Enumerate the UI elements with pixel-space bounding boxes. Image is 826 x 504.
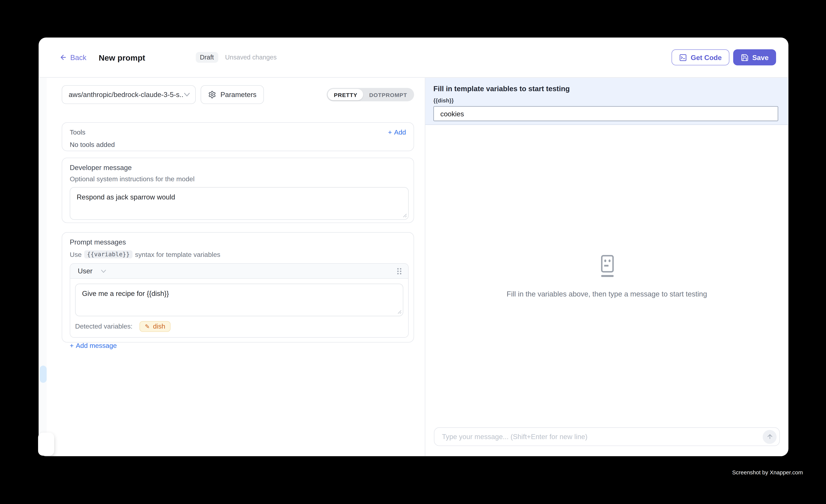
gear-icon	[208, 90, 216, 99]
bot-face-icon	[597, 254, 616, 279]
detected-variables-label: Detected variables:	[75, 323, 132, 330]
toggle-option-dotprompt[interactable]: DOTPROMPT	[363, 89, 413, 100]
plus-icon: +	[388, 129, 392, 136]
add-tool-button[interactable]: + Add	[388, 129, 406, 136]
back-button[interactable]: Back	[60, 53, 86, 61]
message-header: User	[70, 264, 408, 279]
model-selector-value: aws/anthropic/bedrock-claude-3-5-s...	[69, 90, 184, 99]
prompt-messages-title: Prompt messages	[70, 238, 409, 246]
chat-message-input[interactable]	[434, 428, 763, 445]
header-bar: Back New prompt Draft Unsaved changes Ge…	[39, 38, 788, 77]
screenshot-stage: Back New prompt Draft Unsaved changes Ge…	[0, 0, 826, 504]
chat-empty-state: Fill in the variables above, then type a…	[425, 125, 788, 427]
back-arrow-icon	[60, 54, 67, 61]
developer-message-textarea[interactable]: Respond as jack sparrow would	[70, 187, 409, 220]
parameters-button[interactable]: Parameters	[201, 85, 264, 104]
developer-message-title: Developer message	[70, 164, 409, 172]
prompt-editor-panel: aws/anthropic/bedrock-claude-3-5-s... Pa…	[47, 78, 425, 456]
chevron-down-icon	[101, 269, 107, 273]
add-tool-label: Add	[394, 129, 406, 136]
test-panel: Fill in template variables to start test…	[425, 78, 788, 456]
chevron-down-icon	[184, 93, 190, 97]
message-role-selector[interactable]: User	[78, 267, 107, 275]
save-icon	[741, 53, 749, 61]
tools-title: Tools	[70, 129, 85, 136]
message-block: User Give me a recipe for {{	[70, 263, 409, 338]
model-selector[interactable]: aws/anthropic/bedrock-claude-3-5-s...	[62, 85, 196, 104]
app-window: Back New prompt Draft Unsaved changes Ge…	[39, 38, 788, 456]
variable-syntax-hint: Use {{variable}} syntax for template var…	[70, 250, 409, 258]
terminal-icon	[679, 53, 687, 61]
send-arrow-icon	[766, 433, 773, 440]
detected-variables-row: Detected variables: ✎ dish	[70, 316, 408, 337]
model-toolbar: aws/anthropic/bedrock-claude-3-5-s... Pa…	[62, 85, 414, 104]
variable-badge-dish[interactable]: ✎ dish	[139, 321, 171, 332]
window-body: aws/anthropic/bedrock-claude-3-5-s... Pa…	[39, 78, 788, 456]
template-variables-title: Fill in template variables to start test…	[433, 85, 778, 93]
status-badge: Draft	[196, 52, 218, 63]
hint-suffix: syntax for template variables	[135, 251, 220, 258]
tools-empty-text: No tools added	[70, 141, 406, 148]
chat-input-row	[425, 427, 788, 456]
hint-prefix: Use	[70, 251, 82, 258]
floating-corner-card	[38, 433, 54, 456]
add-message-label: Add message	[76, 342, 117, 350]
prompt-messages-card: Prompt messages Use {{variable}} syntax …	[62, 232, 414, 342]
collapsed-sidebar-rail[interactable]	[39, 78, 47, 456]
variable-name-label: {{dish}}	[433, 97, 778, 104]
save-button[interactable]: Save	[733, 49, 776, 65]
message-body: Give me a recipe for {{dish}}	[70, 279, 408, 316]
watermark-text: Screenshot by Xnapper.com	[732, 469, 803, 476]
pencil-icon: ✎	[145, 323, 150, 330]
get-code-button[interactable]: Get Code	[671, 49, 729, 65]
view-mode-toggle: PRETTY DOTPROMPT	[327, 88, 414, 101]
variable-value-input[interactable]	[433, 106, 778, 121]
add-message-button[interactable]: + Add message	[70, 342, 409, 350]
template-variables-panel: Fill in template variables to start test…	[425, 78, 788, 125]
toggle-option-pretty[interactable]: PRETTY	[328, 89, 363, 100]
message-role-value: User	[78, 267, 93, 275]
get-code-label: Get Code	[691, 53, 722, 61]
plus-icon: +	[70, 342, 74, 350]
chat-empty-text: Fill in the variables above, then type a…	[507, 290, 707, 298]
tools-card-header: Tools + Add	[70, 129, 406, 136]
sidebar-active-indicator	[40, 366, 47, 383]
tools-card: Tools + Add No tools added	[62, 122, 414, 151]
unsaved-changes-note: Unsaved changes	[225, 54, 277, 61]
message-field-wrap: Give me a recipe for {{dish}}	[75, 284, 403, 316]
drag-handle-icon[interactable]	[397, 267, 402, 275]
chat-input-box	[434, 427, 780, 446]
developer-message-card: Developer message Optional system instru…	[62, 158, 414, 223]
parameters-label: Parameters	[220, 90, 256, 99]
message-textarea[interactable]: Give me a recipe for {{dish}}	[75, 284, 403, 316]
variable-badge-label: dish	[153, 323, 165, 330]
save-label: Save	[752, 53, 769, 61]
page-title: New prompt	[99, 53, 145, 62]
developer-message-subtitle: Optional system instructions for the mod…	[70, 175, 409, 183]
variable-code-chip: {{variable}}	[84, 250, 132, 258]
developer-message-field-wrap: Respond as jack sparrow would	[70, 187, 409, 220]
back-label: Back	[70, 53, 86, 61]
send-button[interactable]	[763, 430, 777, 444]
